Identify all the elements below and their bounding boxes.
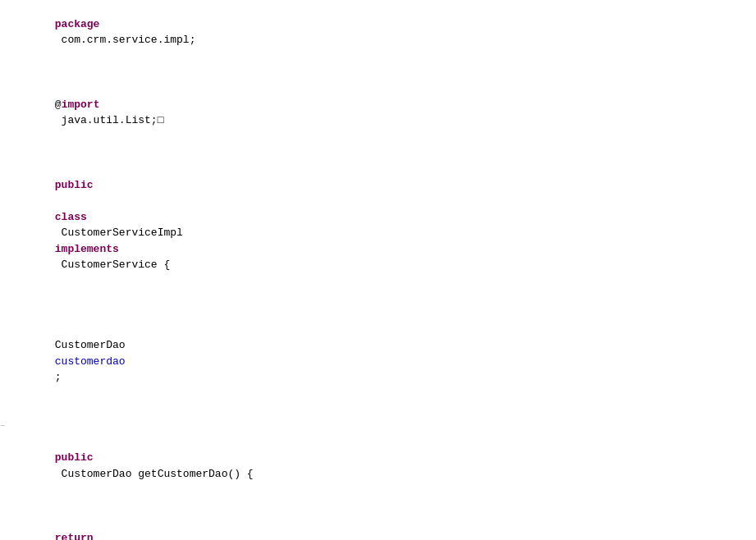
kw-public-m1: public — [55, 451, 94, 464]
code-editor: package com.crm.service.impl; @import ja… — [0, 0, 756, 540]
m1-ret-type: CustomerDao getCustomerDao() { — [55, 468, 254, 480]
line-blank4 — [0, 401, 756, 418]
line-content-b2 — [16, 144, 756, 161]
at-sign: @ — [55, 98, 62, 111]
kw-public-class: public — [55, 179, 94, 191]
line-blank2 — [0, 144, 756, 161]
keyword-package: package — [55, 18, 100, 30]
line-content-b4 — [16, 401, 756, 418]
import-class: java.util.List;□ — [55, 114, 164, 126]
line-method1-return: return customerdao ; — [0, 498, 756, 541]
class-name-text: CustomerServiceImpl — [55, 227, 190, 239]
line-content-method1-return: return customerdao ; — [16, 498, 756, 541]
line-import: @import java.util.List;□ — [0, 80, 756, 144]
line-class-decl: public class CustomerServiceImpl impleme… — [0, 161, 756, 289]
field-indent — [55, 323, 80, 336]
field-var[interactable]: customerdao — [55, 355, 126, 368]
interface-name: CustomerService { — [55, 259, 170, 271]
line-blank1 — [0, 64, 756, 80]
line-content-method1-sig: public CustomerDao getCustomerDao() { — [16, 418, 756, 498]
field-type: CustomerDao — [55, 339, 132, 351]
line-content-b1 — [16, 64, 756, 80]
kw-implements: implements — [55, 243, 119, 255]
line-package: package com.crm.service.impl; — [0, 0, 756, 64]
line-content-package: package com.crm.service.impl; — [16, 0, 756, 64]
fold-icon-method1[interactable]: − — [0, 420, 16, 432]
line-content-field: CustomerDao customerdao ; — [16, 305, 756, 401]
field-semi: ; — [55, 371, 62, 383]
space1 — [55, 194, 62, 207]
package-name: com.crm.service.impl; — [55, 34, 196, 46]
line-method1-sig: − public CustomerDao getCustomerDao() { — [0, 418, 756, 498]
line-blank3 — [0, 289, 756, 305]
line-content-import: @import java.util.List;□ — [16, 80, 756, 144]
line-content-b3 — [16, 289, 756, 305]
m1-indent — [55, 436, 80, 448]
kw-return-m1: return — [55, 532, 94, 541]
keyword-import: import — [62, 98, 100, 111]
line-content-class: public class CustomerServiceImpl impleme… — [16, 161, 756, 289]
kw-class: class — [55, 211, 87, 223]
m1r-indent — [55, 515, 106, 528]
line-field: CustomerDao customerdao ; — [0, 305, 756, 401]
